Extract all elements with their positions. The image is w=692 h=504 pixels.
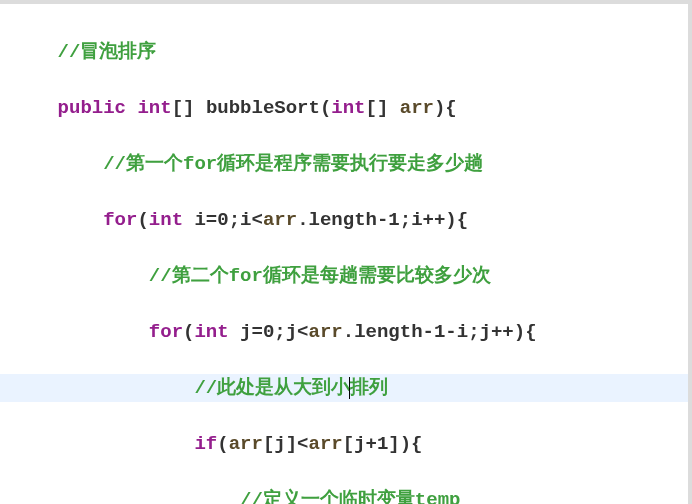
- number: 0: [217, 209, 228, 231]
- code-editor: //冒泡排序 public int[] bubbleSort(int[] arr…: [0, 0, 692, 504]
- code-line: for(int i=0;i<arr.length-1;i++){: [0, 206, 688, 234]
- code-text: []: [366, 97, 400, 119]
- keyword: for: [149, 321, 183, 343]
- code-text: (: [320, 97, 331, 119]
- code-text: (: [137, 209, 148, 231]
- comment-text: //此处是从大到小: [194, 377, 350, 399]
- code-line: //定义一个临时变量temp: [0, 486, 688, 504]
- keyword: public: [58, 97, 126, 119]
- method-name: bubbleSort: [206, 97, 320, 119]
- param: arr: [229, 433, 263, 455]
- keyword: int: [137, 97, 171, 119]
- code-text: .length-1;i++){: [297, 209, 468, 231]
- code-text: ){: [434, 97, 457, 119]
- code-line: for(int j=0;j<arr.length-1-i;j++){: [0, 318, 688, 346]
- code-line: //第二个for循环是每趟需要比较多少次: [0, 262, 688, 290]
- code-line: public int[] bubbleSort(int[] arr){: [0, 94, 688, 122]
- comment-text: for: [183, 153, 217, 175]
- code-line: //第一个for循环是程序需要执行要走多少趟: [0, 150, 688, 178]
- comment: //定义一个临时变量temp: [240, 489, 460, 504]
- code-text: .length-1-i;j++){: [343, 321, 537, 343]
- number: 0: [263, 321, 274, 343]
- code-text: ;j<: [274, 321, 308, 343]
- code-text: i=: [183, 209, 217, 231]
- param: arr: [400, 97, 434, 119]
- comment-text: 排列: [350, 377, 388, 399]
- comment: //第二个for循环是每趟需要比较多少次: [149, 265, 491, 287]
- comment: //此处是从大到小排列: [194, 377, 388, 399]
- code-text: j=: [229, 321, 263, 343]
- comment-text: //第二个: [149, 265, 229, 287]
- code-text: [j+1]){: [343, 433, 423, 455]
- code-text: (: [217, 433, 228, 455]
- keyword: for: [103, 209, 137, 231]
- param: arr: [309, 321, 343, 343]
- keyword: int: [194, 321, 228, 343]
- param: arr: [263, 209, 297, 231]
- code-text: ;i<: [229, 209, 263, 231]
- keyword: int: [331, 97, 365, 119]
- comment-text: //第一个: [103, 153, 183, 175]
- code-text: []: [172, 97, 206, 119]
- comment-text: //定义一个临时变量: [240, 489, 415, 504]
- code-line: //冒泡排序: [0, 38, 688, 66]
- keyword: int: [149, 209, 183, 231]
- code-line-highlighted: //此处是从大到小排列: [0, 374, 688, 402]
- comment-text: 循环是每趟需要比较多少次: [263, 265, 491, 287]
- code-text: [j]<: [263, 433, 309, 455]
- comment: //第一个for循环是程序需要执行要走多少趟: [103, 153, 483, 175]
- comment-text: 循环是程序需要执行要走多少趟: [217, 153, 483, 175]
- comment: //冒泡排序: [58, 41, 157, 63]
- code-text: (: [183, 321, 194, 343]
- comment-underlined: temp: [415, 489, 461, 504]
- code-line: if(arr[j]<arr[j+1]){: [0, 430, 688, 458]
- keyword: if: [194, 433, 217, 455]
- comment-text: for: [229, 265, 263, 287]
- param: arr: [308, 433, 342, 455]
